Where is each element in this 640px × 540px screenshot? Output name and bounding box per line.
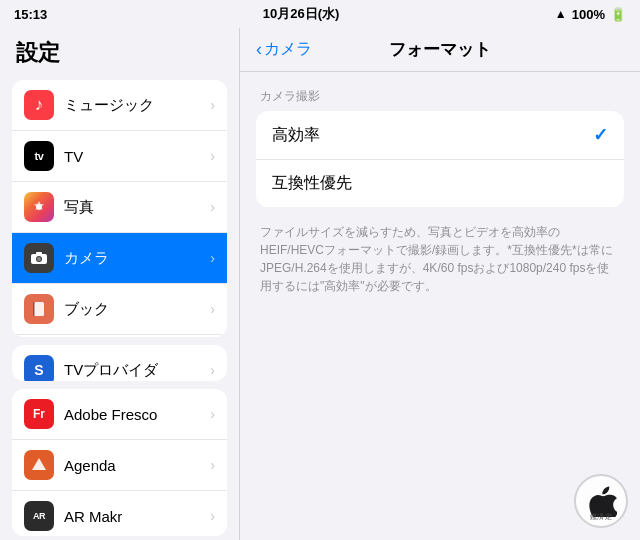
status-time: 15:13: [14, 7, 47, 22]
agenda-icon: [24, 450, 54, 480]
music-icon: ♪: [24, 90, 54, 120]
chevron-icon: ›: [210, 97, 215, 113]
checkmark-icon: ✓: [593, 124, 608, 146]
status-right: ▲ 100% 🔋: [555, 7, 626, 22]
armakr-icon: AR: [24, 501, 54, 531]
apple-watermark: 鑑済定: [574, 474, 628, 528]
content-header: ‹ カメラ フォーマット: [240, 28, 640, 72]
svg-rect-5: [34, 302, 44, 316]
sidebar-item-tvprovider[interactable]: S TVプロバイダ ›: [12, 345, 227, 381]
chevron-icon: ›: [210, 362, 215, 378]
chevron-icon: ›: [210, 457, 215, 473]
description-text: ファイルサイズを減らすため、写真とビデオを高効率のHEIF/HEVCフォーマット…: [256, 217, 624, 295]
sidebar-item-camera[interactable]: カメラ ›: [12, 233, 227, 284]
format-options: 高効率 ✓ 互換性優先: [256, 111, 624, 207]
sidebar-item-agenda[interactable]: Agenda ›: [12, 440, 227, 491]
back-button[interactable]: ‹ カメラ: [256, 39, 312, 60]
main-layout: 設定 ♪ ミュージック › tv TV › 写真 ›: [0, 28, 640, 540]
option-compatible-label: 互換性優先: [272, 173, 352, 194]
books-icon: [24, 294, 54, 324]
svg-rect-4: [36, 252, 42, 255]
sidebar-item-books[interactable]: ブック ›: [12, 284, 227, 335]
option-compatible[interactable]: 互換性優先: [256, 160, 624, 207]
content-body: カメラ撮影 高効率 ✓ 互換性優先 ファイルサイズを減らすため、写真とビデオを高…: [240, 72, 640, 540]
chevron-icon: ›: [210, 301, 215, 317]
tvprovider-icon: S: [24, 355, 54, 381]
section-label: カメラ撮影: [256, 88, 624, 105]
camera-icon: [24, 243, 54, 273]
chevron-icon: ›: [210, 148, 215, 164]
photos-icon: [24, 192, 54, 222]
chevron-icon: ›: [210, 199, 215, 215]
content-title: フォーマット: [389, 38, 491, 61]
back-label: カメラ: [264, 39, 312, 60]
agenda-label: Agenda: [64, 457, 116, 474]
tv-label: TV: [64, 148, 83, 165]
chevron-icon: ›: [210, 508, 215, 524]
sidebar-item-tv[interactable]: tv TV ›: [12, 131, 227, 182]
tv-icon: tv: [24, 141, 54, 171]
sidebar-item-music[interactable]: ♪ ミュージック ›: [12, 80, 227, 131]
fresco-icon: Fr: [24, 399, 54, 429]
settings-group-1: ♪ ミュージック › tv TV › 写真 ›: [12, 80, 227, 337]
chevron-icon: ›: [210, 250, 215, 266]
option-high-efficiency[interactable]: 高効率 ✓: [256, 111, 624, 160]
sidebar-item-photos[interactable]: 写真 ›: [12, 182, 227, 233]
sidebar-item-armakr[interactable]: AR AR Makr ›: [12, 491, 227, 536]
camera-label: カメラ: [64, 249, 109, 268]
battery-percent: 100%: [572, 7, 605, 22]
status-bar: 15:13 10月26日(水) ▲ 100% 🔋: [0, 0, 640, 28]
svg-rect-6: [33, 302, 35, 316]
music-label: ミュージック: [64, 96, 154, 115]
watermark-text: 鑑済定: [590, 512, 612, 522]
chevron-icon: ›: [210, 406, 215, 422]
status-date: 10月26日(水): [263, 5, 340, 23]
wifi-icon: ▲: [555, 7, 567, 21]
armakr-label: AR Makr: [64, 508, 122, 525]
settings-group-3: Fr Adobe Fresco › Agenda › AR AR Makr › …: [12, 389, 227, 536]
books-label: ブック: [64, 300, 109, 319]
settings-group-2: S TVプロバイダ ›: [12, 345, 227, 381]
battery-icon: 🔋: [610, 7, 626, 22]
content-panel: ‹ カメラ フォーマット カメラ撮影 高効率 ✓ 互換性優先 ファイルサイズを減…: [240, 28, 640, 540]
back-chevron-icon: ‹: [256, 39, 262, 60]
tvprovider-label: TVプロバイダ: [64, 361, 158, 380]
option-high-efficiency-label: 高効率: [272, 125, 320, 146]
sidebar-item-podcasts[interactable]: ポッドキャスト ›: [12, 335, 227, 337]
sidebar-item-fresco[interactable]: Fr Adobe Fresco ›: [12, 389, 227, 440]
sidebar-title: 設定: [0, 28, 239, 76]
sidebar: 設定 ♪ ミュージック › tv TV › 写真 ›: [0, 28, 240, 540]
fresco-label: Adobe Fresco: [64, 406, 157, 423]
svg-point-3: [37, 257, 41, 261]
photos-label: 写真: [64, 198, 94, 217]
